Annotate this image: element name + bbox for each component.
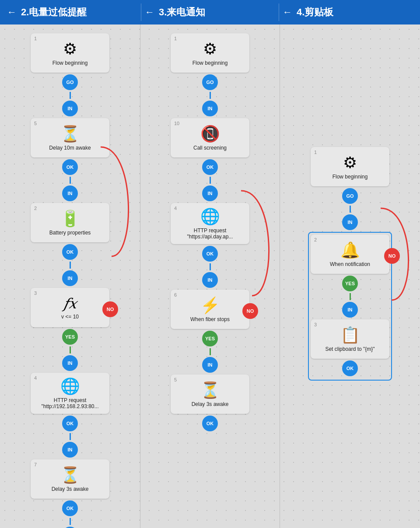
- yes-badge[interactable]: YES: [202, 331, 218, 346]
- gear-icon: ⚙: [203, 40, 217, 58]
- node-number: 5: [34, 121, 37, 126]
- no-badge[interactable]: NO: [242, 303, 258, 319]
- node-label: Flow beginning: [52, 60, 88, 66]
- node-2-4[interactable]: 4 🌐 HTTP request "https://api.day.ap...: [171, 203, 249, 244]
- node-2-1[interactable]: 1 ⚙ Flow beginning: [171, 33, 249, 73]
- ok-badge[interactable]: OK: [62, 244, 78, 260]
- node-1-1[interactable]: 1 ⚙ Flow beginning: [31, 33, 109, 73]
- node-number: 1: [314, 150, 317, 155]
- fiber-icon: ⚡: [200, 296, 220, 315]
- connector-line: [210, 177, 211, 184]
- no-badge[interactable]: NO: [384, 248, 400, 264]
- node-label: Delay 3s awake: [192, 401, 229, 407]
- header-section-1: ← 2.电量过低提醒: [7, 6, 137, 19]
- flow-column-2: 1 ⚙ Flow beginning GO IN 10 📵 Call scree…: [140, 24, 280, 528]
- clipboard-icon: 📋: [340, 326, 360, 344]
- timer-icon: ⏳: [200, 381, 220, 399]
- in-badge[interactable]: IN: [342, 302, 358, 318]
- node-label: When notification: [330, 261, 370, 267]
- gear-icon: ⚙: [343, 154, 357, 172]
- header-divider-1: [141, 3, 141, 21]
- connector-line: [70, 92, 71, 99]
- go-badge[interactable]: GO: [342, 188, 358, 204]
- flow-column-1: 1 ⚙ Flow beginning GO IN 5 ⏳ Delay 10m a…: [0, 24, 140, 528]
- formula-icon: 𝑓𝑥: [63, 295, 77, 312]
- in-badge[interactable]: IN: [62, 442, 78, 458]
- node-number: 7: [34, 462, 37, 467]
- in-badge[interactable]: IN: [62, 270, 78, 286]
- notification-icon: 🔔: [340, 241, 360, 259]
- node-number: 3: [314, 322, 317, 327]
- ok-badge[interactable]: OK: [202, 159, 218, 175]
- node-1-4[interactable]: 4 🌐 HTTP request "http://192.168.2.93:80…: [31, 373, 109, 414]
- ok-badge[interactable]: OK: [202, 246, 218, 262]
- timer-icon: ⏳: [60, 466, 80, 484]
- back-arrow-2[interactable]: ←: [145, 7, 154, 18]
- in-badge[interactable]: IN: [202, 357, 218, 373]
- header-title-3[interactable]: 4.剪贴板: [297, 6, 333, 19]
- node-2-5[interactable]: 5 ⏳ Delay 3s awake: [171, 374, 249, 414]
- col1-inner: 1 ⚙ Flow beginning GO IN 5 ⏳ Delay 10m a…: [0, 24, 140, 528]
- node-number: 4: [174, 206, 177, 211]
- yes-flow: YES IN 3 📋 Set clipboard to "{m}" OK: [311, 274, 389, 378]
- node-label: Delay 10m awake: [49, 145, 91, 151]
- node-1-2[interactable]: 2 🔋 Battery properties: [31, 203, 109, 242]
- node-3-1[interactable]: 1 ⚙ Flow beginning: [311, 147, 389, 186]
- node-1-5[interactable]: 5 ⏳ Delay 10m awake: [31, 118, 109, 157]
- call-icon: 📵: [200, 125, 220, 143]
- header-section-3: ← 4.剪贴板: [283, 6, 413, 19]
- node-number: 1: [34, 36, 37, 41]
- notification-box: 2 🔔 When notification NO YES IN 3 📋 Set …: [308, 232, 392, 381]
- connector-line-green: [350, 293, 351, 300]
- app-header: ← 2.电量过低提醒 ← 3.来电通知 ← 4.剪贴板: [0, 0, 420, 24]
- node-2-10[interactable]: 10 📵 Call screening: [171, 118, 249, 157]
- header-title-1[interactable]: 2.电量过低提醒: [21, 6, 87, 19]
- no-badge[interactable]: NO: [102, 301, 118, 317]
- ok-badge[interactable]: OK: [62, 500, 78, 516]
- node-label: HTTP request "http://192.168.2.93:80...: [35, 397, 105, 409]
- node-2-6[interactable]: 6 ⚡ When fiber stops NO: [171, 290, 249, 329]
- go-badge[interactable]: GO: [62, 74, 78, 90]
- connector-line-green: [70, 346, 71, 353]
- in-badge[interactable]: IN: [202, 185, 218, 201]
- node-label: When fiber stops: [190, 316, 230, 322]
- connector-line: [210, 92, 211, 99]
- node-label: Delay 3s awake: [52, 486, 89, 492]
- node-label: HTTP request "https://api.day.ap...: [175, 227, 245, 240]
- back-arrow-3[interactable]: ←: [283, 7, 292, 18]
- in-badge[interactable]: IN: [62, 101, 78, 116]
- connector-line-green: [210, 348, 211, 355]
- yes-badge[interactable]: YES: [342, 276, 358, 291]
- node-1-3[interactable]: 3 𝑓𝑥 v <= 10 NO: [31, 288, 109, 327]
- node-3-2[interactable]: 2 🔔 When notification NO: [311, 234, 389, 274]
- http-icon: 🌐: [200, 207, 220, 226]
- ok-badge[interactable]: OK: [202, 416, 218, 431]
- node-3-3[interactable]: 3 📋 Set clipboard to "{m}": [311, 319, 389, 359]
- node-number: 2: [34, 206, 37, 211]
- ok-badge[interactable]: OK: [342, 360, 358, 376]
- yes-badge[interactable]: YES: [62, 329, 78, 345]
- back-arrow-1[interactable]: ←: [7, 7, 17, 18]
- connector-line: [70, 518, 71, 525]
- main-canvas: 1 ⚙ Flow beginning GO IN 5 ⏳ Delay 10m a…: [0, 24, 420, 528]
- ok-badge[interactable]: OK: [62, 416, 78, 431]
- col2-inner: 1 ⚙ Flow beginning GO IN 10 📵 Call scree…: [140, 24, 280, 433]
- node-label: Flow beginning: [192, 60, 228, 66]
- in-badge[interactable]: IN: [202, 101, 218, 116]
- in-badge[interactable]: IN: [62, 355, 78, 371]
- node-label: Flow beginning: [332, 174, 368, 180]
- header-title-2[interactable]: 3.来电通知: [159, 6, 205, 19]
- node-label: Battery properties: [49, 230, 91, 236]
- connector-line: [70, 262, 71, 269]
- node-label: Call screening: [193, 145, 227, 151]
- connector-line: [350, 206, 351, 213]
- header-divider-2: [279, 3, 279, 21]
- connector-line: [70, 433, 71, 440]
- go-badge[interactable]: GO: [202, 74, 218, 90]
- node-number: 4: [34, 375, 37, 381]
- in-badge[interactable]: IN: [342, 214, 358, 230]
- node-1-7[interactable]: 7 ⏳ Delay 3s awake: [31, 459, 109, 499]
- ok-badge[interactable]: OK: [62, 159, 78, 175]
- in-badge[interactable]: IN: [202, 272, 218, 288]
- in-badge[interactable]: IN: [62, 185, 78, 201]
